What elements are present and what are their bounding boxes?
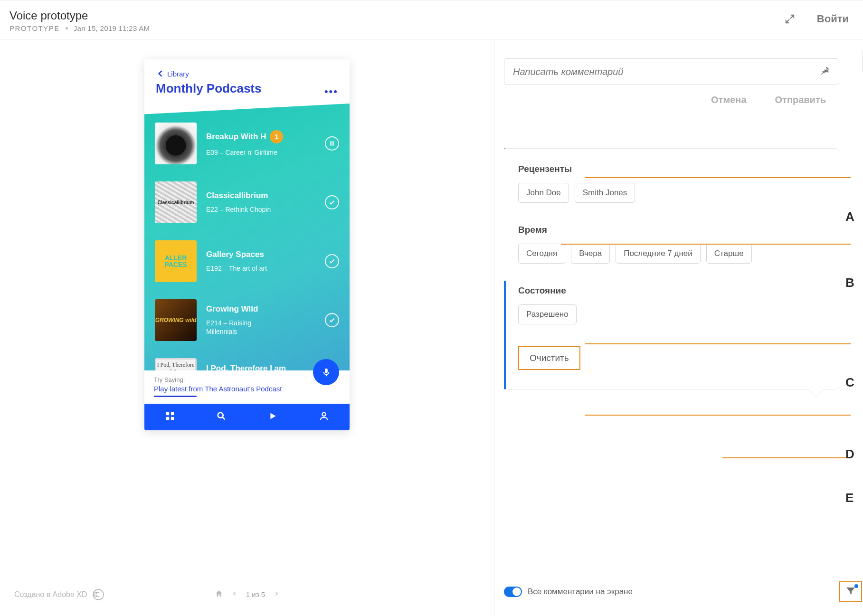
- svg-rect-4: [166, 417, 169, 420]
- svg-rect-3: [171, 412, 174, 415]
- adobe-cc-icon: [92, 588, 104, 601]
- check-icon[interactable]: [325, 195, 339, 209]
- reviewer-chip[interactable]: Smith Jones: [575, 183, 635, 203]
- mic-button[interactable]: [313, 359, 339, 385]
- annotation-letter-e: E: [845, 491, 854, 505]
- thumbnail: [155, 123, 197, 164]
- search-icon[interactable]: [216, 411, 227, 423]
- time-chip[interactable]: Старше: [706, 244, 752, 264]
- podcast-title: Gallery Spaces: [206, 250, 264, 259]
- thumbnail: GROWING wild: [155, 299, 197, 341]
- doc-date: Jan 15, 2019 11:23 AM: [74, 24, 150, 32]
- podcast-episode: E192 – The art of art: [206, 264, 277, 273]
- podcast-episode: E22 – Rethink Chopin: [206, 205, 277, 214]
- thumbnail: ALLER PACES: [155, 240, 197, 282]
- bottom-bar: Все комментарии на экране: [504, 581, 863, 602]
- comments-panel: Отмена Отправить 2 Рецензенты John Doe S…: [494, 39, 863, 616]
- expand-icon[interactable]: [785, 14, 795, 24]
- time-title: Время: [518, 225, 826, 235]
- comment-input[interactable]: [513, 66, 820, 77]
- prototype-title: Monthly Podcasts: [156, 81, 261, 96]
- doc-meta: PROTOTYPE Jan 15, 2019 11:23 AM: [9, 24, 150, 32]
- filter-icon-active[interactable]: [839, 581, 862, 602]
- annotation-letter-d: D: [845, 447, 854, 462]
- time-chip[interactable]: Вчера: [571, 244, 610, 264]
- cancel-button[interactable]: Отмена: [711, 95, 746, 105]
- profile-icon[interactable]: [319, 411, 329, 423]
- svg-point-8: [93, 589, 104, 600]
- home-icon[interactable]: [215, 589, 223, 599]
- main: Library Monthly Podcasts ••• Breakup Wit…: [0, 39, 863, 616]
- annotation-letter-b: B: [845, 275, 854, 290]
- back-link[interactable]: Library: [156, 69, 261, 78]
- reviewers-title: Рецензенты: [518, 164, 826, 174]
- time-chip[interactable]: Сегодня: [518, 244, 565, 264]
- prototype-frame: Library Monthly Podcasts ••• Breakup Wit…: [144, 59, 350, 430]
- annotation-line-b: [561, 244, 851, 245]
- back-label: Library: [167, 70, 189, 78]
- filter-icons: [839, 581, 863, 602]
- panel-pointer: [808, 381, 824, 397]
- svg-rect-0: [331, 141, 332, 145]
- pause-icon[interactable]: [325, 136, 339, 151]
- comment-input-box[interactable]: [504, 58, 839, 85]
- clear-button[interactable]: Очистить: [518, 346, 580, 370]
- reviewers-section: Рецензенты John Doe Smith Jones: [518, 164, 826, 203]
- annotation-letter-c: C: [845, 375, 854, 390]
- podcast-list: Breakup With H 1 E09 – Career n' Girltim…: [144, 104, 350, 370]
- svg-point-6: [218, 413, 223, 418]
- check-icon[interactable]: [325, 313, 339, 327]
- comment-actions: Отмена Отправить: [504, 85, 839, 105]
- thumbnail: Classicallibrium: [155, 181, 197, 223]
- annotation-line-d: [585, 415, 851, 416]
- list-item[interactable]: Classicallibrium Classicallibrium E22 – …: [155, 181, 339, 223]
- reviewer-chip[interactable]: John Doe: [518, 183, 569, 203]
- status-chip[interactable]: Разрешено: [518, 304, 577, 324]
- more-icon[interactable]: •••: [324, 69, 338, 98]
- doc-type-label: PROTOTYPE: [9, 24, 60, 32]
- login-link[interactable]: Войти: [817, 13, 849, 25]
- filter-active-dot: [854, 584, 858, 588]
- try-saying-label: Try Saying:: [154, 376, 340, 383]
- prototype-header: Library Monthly Podcasts •••: [144, 59, 350, 104]
- canvas-footer: Создано в Adobe XD 1 из 5: [0, 589, 494, 599]
- list-item[interactable]: ALLER PACES Gallery Spaces E192 – The ar…: [155, 240, 339, 282]
- pager: 1 из 5: [215, 589, 279, 599]
- submit-button[interactable]: Отправить: [775, 95, 826, 105]
- pin-icon[interactable]: [820, 66, 830, 78]
- check-icon[interactable]: [325, 254, 339, 268]
- grid-icon[interactable]: [165, 411, 175, 423]
- svg-rect-1: [332, 141, 333, 145]
- status-title: Состояние: [518, 285, 826, 296]
- filter-panel: Рецензенты John Doe Smith Jones Время Се…: [504, 148, 839, 389]
- list-item[interactable]: GROWING wild Growing Wild E214 – Raising…: [155, 299, 339, 341]
- podcast-title: Breakup With H: [206, 132, 266, 142]
- next-icon[interactable]: [274, 590, 279, 598]
- made-in-label: Создано в Adobe XD: [14, 588, 104, 601]
- podcast-episode: E214 – Raising Millennials: [206, 319, 277, 336]
- prev-icon[interactable]: [232, 590, 237, 598]
- meta-dot: [66, 27, 68, 29]
- page-label: 1 из 5: [246, 590, 265, 598]
- toggle-label: Все комментарии на экране: [528, 587, 633, 597]
- toggle-row: Все комментарии на экране: [504, 587, 633, 597]
- svg-rect-2: [166, 412, 169, 415]
- app-header: Voice prototype PROTOTYPE Jan 15, 2019 1…: [0, 0, 863, 39]
- time-chip[interactable]: Последние 7 дней: [616, 244, 701, 264]
- annotation-letter-a: A: [845, 209, 854, 224]
- all-comments-toggle[interactable]: [504, 587, 522, 597]
- svg-rect-5: [171, 417, 174, 420]
- annotation-line-a: [585, 177, 851, 178]
- podcast-title: Growing Wild: [206, 304, 258, 314]
- tab-bar: [144, 404, 350, 430]
- badge-count: 1: [270, 130, 283, 143]
- list-item[interactable]: Breakup With H 1 E09 – Career n' Girltim…: [155, 123, 339, 164]
- annotation-line-c: [585, 343, 851, 344]
- play-icon[interactable]: [267, 411, 278, 423]
- header-left: Voice prototype PROTOTYPE Jan 15, 2019 1…: [9, 9, 150, 32]
- header-right: Войти: [785, 9, 849, 25]
- try-underline: [154, 396, 197, 397]
- canvas-column: Library Monthly Podcasts ••• Breakup Wit…: [0, 39, 494, 616]
- try-saying-text: Play latest from The Astronaut's Podcast: [154, 385, 340, 393]
- podcast-title: Classicallibrium: [206, 191, 268, 200]
